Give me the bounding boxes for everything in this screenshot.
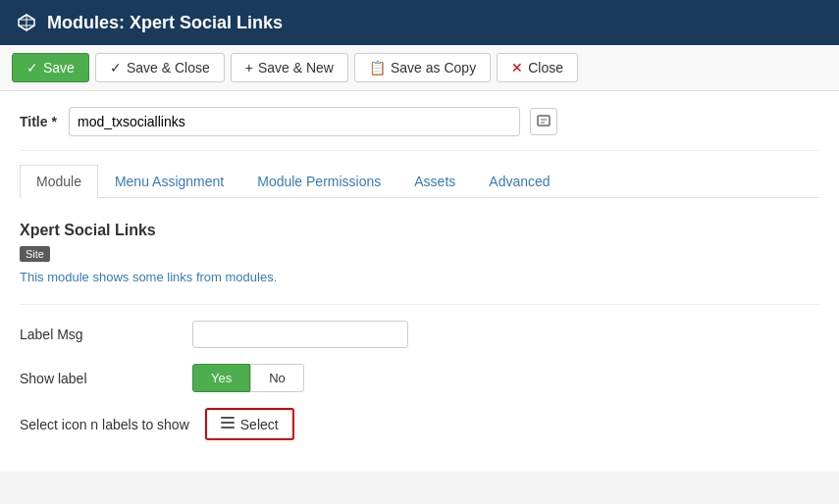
tab-assets[interactable]: Assets xyxy=(397,165,472,197)
show-label-toggle: Yes No xyxy=(192,364,304,392)
cube-icon xyxy=(16,12,37,33)
show-label-yes[interactable]: Yes xyxy=(192,364,250,392)
title-toggle-button[interactable] xyxy=(530,108,557,135)
module-description: This module shows some links from module… xyxy=(20,270,819,284)
select-icon-row: Select icon n labels to show Select xyxy=(20,408,819,440)
page-header: Modules: Xpert Social Links xyxy=(0,0,839,45)
show-label-row: Show label Yes No xyxy=(20,364,819,392)
content-area: Title * Module Menu Assignment Module Pe… xyxy=(0,91,839,472)
close-icon: ✕ xyxy=(511,60,523,76)
toolbar: ✓ Save ✓ Save & Close + Save & New 📋 Sav… xyxy=(0,45,839,91)
copy-icon: 📋 xyxy=(369,60,386,76)
save-icon: ✓ xyxy=(26,60,38,76)
tabs: Module Menu Assignment Module Permission… xyxy=(20,165,819,198)
form-section: Label Msg Show label Yes No Select icon … xyxy=(20,304,819,440)
select-icon-button[interactable]: Select xyxy=(207,410,292,438)
close-button[interactable]: ✕ Close xyxy=(497,53,578,82)
list-icon xyxy=(221,416,235,432)
tab-advanced[interactable]: Advanced xyxy=(472,165,566,197)
label-msg-row: Label Msg xyxy=(20,321,819,348)
module-title: Xpert Social Links xyxy=(20,222,819,239)
svg-rect-7 xyxy=(221,417,235,419)
svg-rect-8 xyxy=(221,422,235,424)
site-badge: Site xyxy=(20,246,50,262)
title-label: Title * xyxy=(20,114,59,129)
label-msg-input[interactable] xyxy=(192,321,408,348)
tab-menu-assignment[interactable]: Menu Assignment xyxy=(98,165,240,197)
tab-module-permissions[interactable]: Module Permissions xyxy=(240,165,397,197)
svg-rect-4 xyxy=(538,116,550,126)
title-input[interactable] xyxy=(69,107,520,136)
page-title: Modules: Xpert Social Links xyxy=(47,13,283,33)
show-label-label: Show label xyxy=(20,371,177,386)
module-section: Xpert Social Links Site This module show… xyxy=(20,218,819,284)
label-msg-label: Label Msg xyxy=(20,327,177,342)
show-label-no[interactable]: No xyxy=(250,364,304,392)
save-copy-button[interactable]: 📋 Save as Copy xyxy=(354,53,491,82)
tab-module[interactable]: Module xyxy=(20,165,98,198)
title-row: Title * xyxy=(20,107,819,151)
select-icon-label: Select icon n labels to show xyxy=(20,417,189,432)
check-icon: ✓ xyxy=(110,60,122,76)
save-new-button[interactable]: + Save & New xyxy=(231,53,348,82)
select-btn-wrapper: Select xyxy=(205,408,294,440)
save-close-button[interactable]: ✓ Save & Close xyxy=(95,53,225,82)
plus-icon: + xyxy=(245,60,253,76)
save-button[interactable]: ✓ Save xyxy=(12,53,89,82)
svg-rect-9 xyxy=(221,427,235,428)
